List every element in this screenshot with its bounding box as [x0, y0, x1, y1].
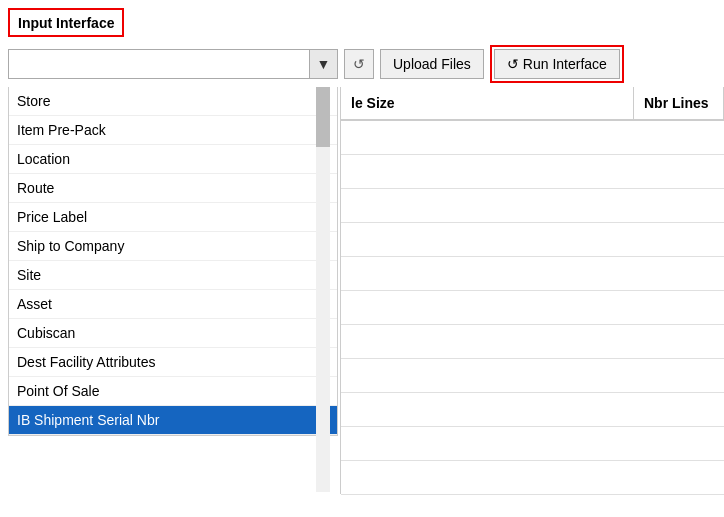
right-panel: le Size Nbr Lines	[340, 87, 724, 494]
scrollbar-thumb[interactable]	[316, 87, 330, 147]
divider-line	[341, 427, 724, 461]
list-item[interactable]: Site	[9, 261, 337, 290]
divider-line	[341, 155, 724, 189]
list-item[interactable]: Dest Facility Attributes	[9, 348, 337, 377]
divider-line	[341, 121, 724, 155]
divider-line	[341, 291, 724, 325]
run-interface-button[interactable]: ↺ Run Interface	[494, 49, 620, 79]
divider-line	[341, 393, 724, 427]
table-header-row: le Size Nbr Lines	[341, 87, 724, 121]
divider-line	[341, 461, 724, 495]
right-panel-dividers	[341, 121, 724, 495]
list-item[interactable]: Location	[9, 145, 337, 174]
refresh-button[interactable]: ↺	[344, 49, 374, 79]
dropdown-input[interactable]	[9, 50, 309, 78]
page-container: Input Interface ▼ ↺ Upload Files ↺ Run I…	[0, 0, 724, 517]
divider-line	[341, 257, 724, 291]
list-item[interactable]: Store	[9, 87, 337, 116]
dropdown-container: ▼	[8, 49, 338, 79]
list-item[interactable]: Point Of Sale	[9, 377, 337, 406]
divider-line	[341, 325, 724, 359]
refresh-icon: ↺	[353, 56, 365, 72]
chevron-down-icon: ▼	[317, 56, 331, 72]
divider-line	[341, 189, 724, 223]
list-item[interactable]: Price Label	[9, 203, 337, 232]
list-item-selected[interactable]: IB Shipment Serial Nbr	[9, 406, 337, 435]
list-item[interactable]: Asset	[9, 290, 337, 319]
dropdown-list: Store Item Pre-Pack Location Route Price…	[8, 87, 338, 436]
dropdown-arrow-button[interactable]: ▼	[309, 50, 337, 78]
page-title: Input Interface	[8, 8, 124, 37]
list-item[interactable]: Item Pre-Pack	[9, 116, 337, 145]
main-content: Store Item Pre-Pack Location Route Price…	[0, 87, 724, 494]
list-item[interactable]: Cubiscan	[9, 319, 337, 348]
upload-files-button[interactable]: Upload Files	[380, 49, 484, 79]
divider-line	[341, 223, 724, 257]
list-item[interactable]: Route	[9, 174, 337, 203]
scrollbar-track[interactable]	[316, 87, 330, 492]
run-refresh-icon: ↺	[507, 56, 519, 72]
list-item[interactable]: Ship to Company	[9, 232, 337, 261]
run-interface-container: ↺ Run Interface	[490, 45, 624, 83]
column-header-nbr-lines: Nbr Lines	[634, 87, 724, 119]
toolbar: ▼ ↺ Upload Files ↺ Run Interface	[0, 37, 724, 83]
divider-line	[341, 359, 724, 393]
column-header-file-size: le Size	[341, 87, 634, 119]
